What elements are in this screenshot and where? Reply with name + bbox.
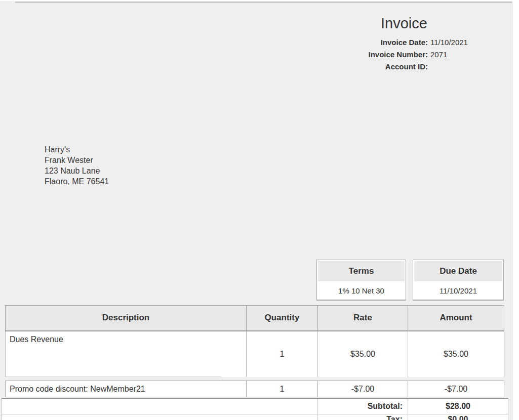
terms-header: Terms	[318, 261, 405, 281]
address-line-street: 123 Naub Lane	[45, 165, 109, 176]
cell-quantity: 1	[247, 381, 318, 397]
cell-amount: $35.00	[408, 331, 504, 377]
page-title: Invoice	[317, 15, 475, 32]
address-line-company: Harry's	[45, 144, 109, 155]
table-row: Dues Revenue 1 $35.00 $35.00	[6, 331, 504, 377]
table-row: Promo code discount: NewMember21 1 -$7.0…	[6, 381, 504, 397]
invoice-page: Invoice Invoice Date: 11/10/2021 Invoice…	[0, 0, 519, 420]
invoice-header: Invoice Invoice Date: 11/10/2021 Invoice…	[317, 15, 475, 73]
address-line-name: Frank Wester	[45, 155, 109, 165]
tax-label: Tax:	[318, 414, 408, 420]
col-header-amount: Amount	[408, 306, 504, 331]
account-id-label: Account ID:	[317, 61, 428, 73]
line-items-table: Description Quantity Rate Amount Dues Re…	[5, 305, 504, 377]
subtotal-label: Subtotal:	[318, 398, 408, 414]
col-header-quantity: Quantity	[247, 306, 318, 331]
invoice-number-value: 2071	[428, 49, 447, 61]
invoice-date-label: Invoice Date:	[317, 36, 428, 49]
cell-quantity: 1	[247, 331, 318, 377]
promo-row-table: Promo code discount: NewMember21 1 -$7.0…	[5, 381, 504, 397]
description-underline	[6, 376, 221, 377]
items-header-row: Description Quantity Rate Amount	[6, 306, 504, 331]
due-date-value: 11/10/2021	[414, 282, 502, 299]
due-date-table: Due Date 11/10/2021	[413, 260, 504, 301]
tax-table: Tax: $0.00	[2, 414, 508, 420]
invoice-number-label: Invoice Number:	[317, 49, 428, 61]
item-description-text: Dues Revenue	[10, 335, 63, 344]
billing-address: Harry's Frank Wester 123 Naub Lane Flaor…	[45, 144, 109, 187]
tax-value: $0.00	[408, 414, 508, 420]
terms-value: 1% 10 Net 30	[318, 282, 405, 299]
cell-description: Dues Revenue	[6, 331, 247, 377]
totals-spacer	[2, 414, 318, 420]
address-line-city: Flaoro, ME 76541	[45, 176, 109, 187]
account-id-row: Account ID:	[317, 61, 475, 73]
invoice-date-row: Invoice Date: 11/10/2021	[317, 36, 475, 49]
cell-amount: -$7.00	[408, 381, 504, 397]
cell-description: Promo code discount: NewMember21	[6, 381, 247, 397]
col-header-description: Description	[6, 306, 247, 331]
due-date-header: Due Date	[414, 261, 502, 281]
invoice-date-value: 11/10/2021	[428, 36, 468, 49]
terms-table: Terms 1% 10 Net 30	[316, 260, 406, 301]
top-border-line	[15, 2, 512, 3]
subtotal-value: $28.00	[408, 398, 508, 414]
subtotal-row: Subtotal: $28.00	[2, 398, 508, 414]
col-header-rate: Rate	[318, 306, 408, 331]
totals-spacer	[2, 398, 318, 414]
subtotal-table: Subtotal: $28.00	[2, 398, 508, 414]
tax-row: Tax: $0.00	[2, 414, 508, 420]
invoice-number-row: Invoice Number: 2071	[317, 49, 475, 61]
cell-rate: $35.00	[318, 331, 408, 377]
clipped-text-fragment	[10, 348, 246, 350]
cell-rate: -$7.00	[318, 381, 408, 397]
account-id-value	[428, 61, 430, 73]
